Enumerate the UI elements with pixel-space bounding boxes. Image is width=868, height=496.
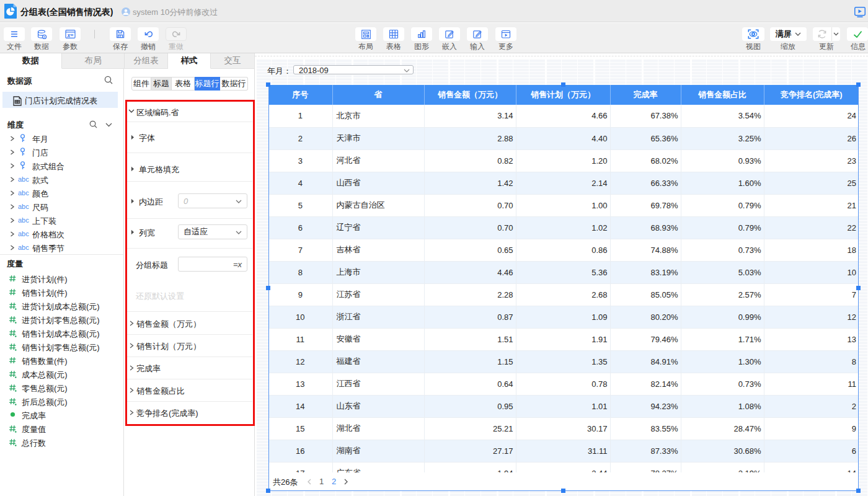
svg-text:x=: x= <box>66 32 73 38</box>
